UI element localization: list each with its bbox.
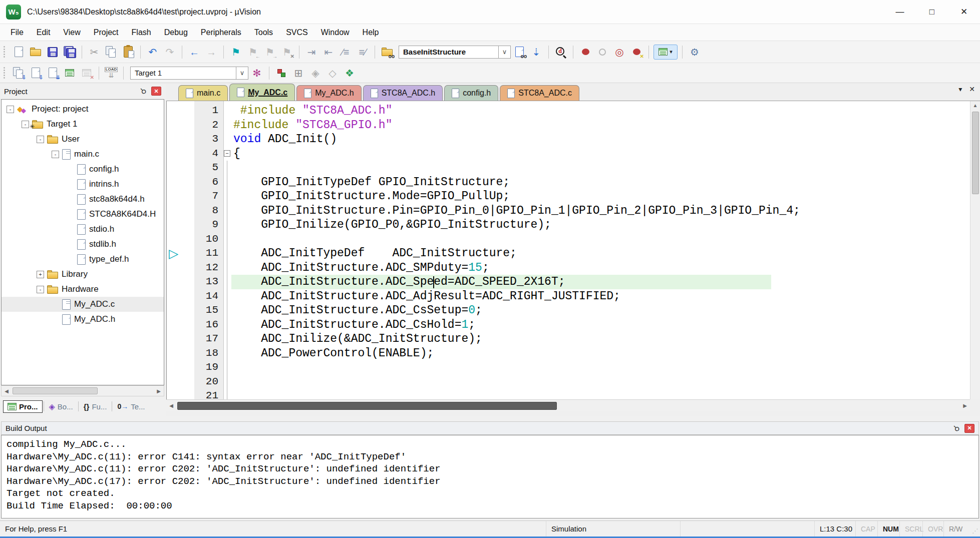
collapse-icon[interactable]: - <box>7 106 14 113</box>
insert-breakpoint-icon[interactable] <box>578 45 593 60</box>
close-icon[interactable]: ✕ <box>151 87 161 96</box>
tree-item-hardware[interactable]: -Hardware <box>2 282 164 297</box>
collapse-icon[interactable]: - <box>52 151 59 158</box>
code-line[interactable]: 10 <box>167 232 970 247</box>
code-line[interactable]: 20 <box>167 375 970 389</box>
panel-tab-bo[interactable]: ◈Bo... <box>45 400 77 413</box>
code-line[interactable]: 2#include "STC8A_GPIO.h" <box>167 118 970 133</box>
minimize-button[interactable]: — <box>884 0 916 24</box>
search-combobox-dropdown-icon[interactable]: ∨ <box>499 46 511 59</box>
rebuild-icon[interactable]: ⇊ <box>45 66 60 81</box>
toggle-bookmark-icon[interactable]: ⚑ <box>228 45 243 60</box>
editor-tab-my_adc-h[interactable]: My_ADC.h <box>296 85 361 101</box>
code-line[interactable]: 6 GPIO_InitTypeDef GPIO_InitStructure; <box>167 175 970 190</box>
code-line[interactable]: 1 #include "STC8A_ADC.h" <box>167 104 970 118</box>
menu-svcs[interactable]: SVCS <box>279 24 314 41</box>
code-line[interactable]: 14 ADC_InitStructure.ADC_AdjResult=ADC_R… <box>167 289 970 304</box>
translate-icon[interactable]: ⇩ <box>11 66 26 81</box>
cut-icon[interactable]: ✂ <box>87 45 102 60</box>
menu-tools[interactable]: Tools <box>248 24 279 41</box>
menu-edit[interactable]: Edit <box>30 24 57 41</box>
code-line[interactable]: 7 GPIO_InitStructure.Mode=GPIO_PullUp; <box>167 189 970 204</box>
close-button[interactable]: ✕ <box>948 0 980 24</box>
editor-tab-main-c[interactable]: main.c <box>178 85 228 101</box>
project-windows-button[interactable]: ▾ <box>654 45 678 60</box>
scroll-right-icon[interactable]: ▶ <box>154 388 164 394</box>
tree-item-stdio-h[interactable]: stdio.h <box>2 222 164 237</box>
tree-item-target-1[interactable]: -✳Target 1 <box>2 117 164 132</box>
kill-all-breakpoints-icon[interactable]: ✕ <box>629 45 644 60</box>
menu-window[interactable]: Window <box>314 24 356 41</box>
code-line[interactable]: 9 GPIO_Inilize(GPIO_P0,&GPIO_InitStructu… <box>167 218 970 232</box>
options-for-target-icon[interactable]: ✻ <box>249 66 264 81</box>
enable-breakpoint-icon[interactable] <box>595 45 610 60</box>
close-document-icon[interactable]: ✕ <box>969 85 975 93</box>
expand-icon[interactable]: + <box>37 271 44 278</box>
configure-icon[interactable]: ⚙ <box>687 45 702 60</box>
scroll-left-icon[interactable]: ◀ <box>166 403 176 408</box>
tree-item-stc8a8k64d4-h[interactable]: stc8a8k64d4.h <box>2 192 164 207</box>
undo-icon[interactable]: ↶ <box>145 45 160 60</box>
scrollbar-thumb[interactable] <box>972 112 979 194</box>
code-line[interactable]: 16 ADC_InitStructure.ADC_CsHold=1; <box>167 318 970 332</box>
panel-tab-fu[interactable]: {}Fu... <box>80 401 111 412</box>
tree-item-config-h[interactable]: config.h <box>2 162 164 177</box>
editor-tab-stc8a_adc-h[interactable]: STC8A_ADC.h <box>363 85 443 101</box>
select-software-packs-icon[interactable]: ◈ <box>308 66 323 81</box>
download-icon[interactable]: LOAD⇊ <box>104 66 119 81</box>
disable-all-breakpoints-icon[interactable]: ◎ <box>612 45 627 60</box>
build-icon[interactable]: ⇩ <box>28 66 43 81</box>
panel-tab-te[interactable]: 0→Te... <box>113 401 149 412</box>
close-icon[interactable]: ✕ <box>964 424 974 433</box>
outdent-icon[interactable]: ⇤ <box>321 45 336 60</box>
search-combobox[interactable]: BaseInitStructure <box>399 46 499 59</box>
collapse-icon[interactable]: - <box>22 121 29 128</box>
indent-icon[interactable]: ⇥ <box>304 45 319 60</box>
pin-icon[interactable]: ⚲ <box>137 85 150 98</box>
tree-item-intrins-h[interactable]: intrins.h <box>2 177 164 192</box>
scroll-left-icon[interactable]: ◀ <box>2 388 12 394</box>
code-line[interactable]: 19 <box>167 360 970 375</box>
tree-item-stc8a8k64d4-h[interactable]: STC8A8K64D4.H <box>2 207 164 222</box>
comment-icon[interactable]: ∕≡ <box>338 45 353 60</box>
code-line[interactable]: 5 <box>167 161 970 175</box>
tree-item-main-c[interactable]: -main.c <box>2 147 164 162</box>
batch-build-icon[interactable] <box>62 66 77 81</box>
collapse-icon[interactable]: - <box>37 136 44 143</box>
code-line[interactable]: 8 GPIO_InitStructure.Pin=GPIO_Pin_0|GPIO… <box>167 204 970 218</box>
code-line[interactable]: 12 ADC_InitStructure.ADC_SMPduty=15; <box>167 261 970 275</box>
fold-collapse-icon[interactable]: − <box>224 150 230 157</box>
save-all-icon[interactable] <box>62 45 77 60</box>
navigate-forward-icon[interactable]: → <box>204 45 219 60</box>
menu-file[interactable]: File <box>4 24 30 41</box>
menu-view[interactable]: View <box>57 24 87 41</box>
editor-tab-my_adc-c[interactable]: My_ADC.c <box>229 84 295 101</box>
start-debug-session-icon[interactable]: d <box>553 45 568 60</box>
previous-bookmark-icon[interactable]: ⚑← <box>245 45 260 60</box>
open-file-icon[interactable] <box>28 45 43 60</box>
clear-bookmarks-icon[interactable]: ⚑✕ <box>279 45 294 60</box>
batch-setup-icon[interactable]: ✕ <box>79 66 94 81</box>
editor-tab-stc8a_adc-c[interactable]: STC8A_ADC.c <box>500 85 579 101</box>
copy-icon[interactable] <box>104 45 119 60</box>
paste-icon[interactable] <box>121 45 136 60</box>
code-line[interactable]: 17 ADC_Inilize(&ADC_InitStructure); <box>167 332 970 346</box>
collapse-icon[interactable]: - <box>37 286 44 293</box>
code-line[interactable]: 4−{ <box>167 147 970 161</box>
code-line[interactable]: 21 <box>167 389 970 399</box>
scrollbar-thumb[interactable] <box>13 387 98 394</box>
tab-list-dropdown-icon[interactable]: ▾ <box>958 85 962 93</box>
code-line[interactable]: 13 ADC_InitStructure.ADC_Speed=ADC_SPEED… <box>167 275 970 289</box>
tree-item-library[interactable]: +Library <box>2 267 164 282</box>
next-bookmark-icon[interactable]: ⚑→ <box>262 45 277 60</box>
scroll-right-icon[interactable]: ▶ <box>960 403 970 408</box>
manage-run-time-environment-icon[interactable]: ⊞ <box>291 66 306 81</box>
menu-help[interactable]: Help <box>356 24 386 41</box>
maximize-button[interactable]: □ <box>916 0 948 24</box>
editor-vscrollbar[interactable]: ▲ <box>970 101 980 399</box>
code-line[interactable]: 3void ADC_Init() <box>167 132 970 147</box>
editor-hscrollbar[interactable]: ◀ ▶ <box>166 399 970 411</box>
project-hscrollbar[interactable]: ◀ ▶ <box>1 385 164 396</box>
tree-item-type-def-h[interactable]: type_def.h <box>2 252 164 267</box>
menu-flash[interactable]: Flash <box>125 24 158 41</box>
